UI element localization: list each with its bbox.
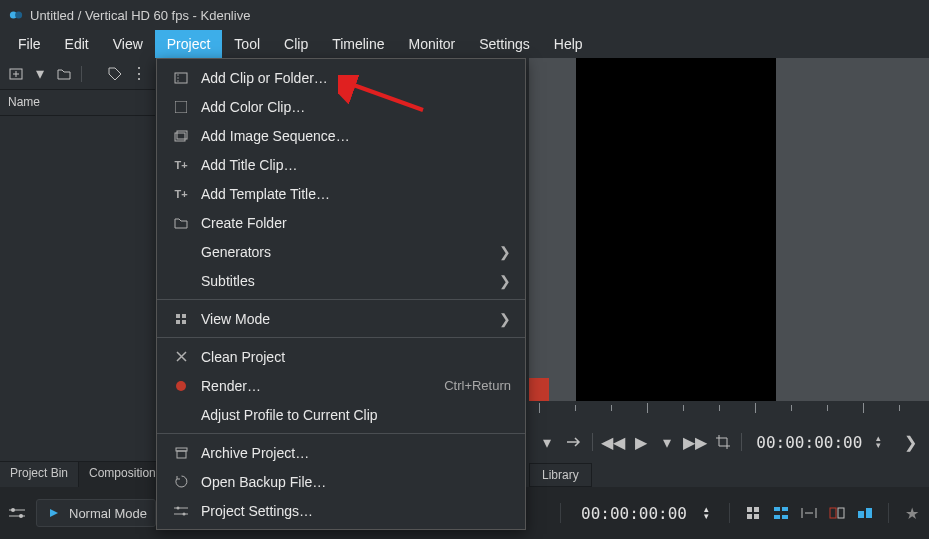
monitor-toolbar: ▾ ◀◀ ▶ ▾ ▶▶ 00:00:00:00 ▴▾ ❯ [529,421,929,463]
svg-rect-12 [782,515,788,519]
crop-icon[interactable] [713,430,733,454]
rewind-icon[interactable]: ◀◀ [601,430,625,454]
svg-point-28 [176,381,186,391]
menu-shortcut: Ctrl+Return [444,378,511,393]
svg-point-4 [19,514,23,518]
svg-point-19 [177,77,178,78]
menu-adjust-profile[interactable]: Adjust Profile to Current Clip [157,400,525,429]
menu-clean-project[interactable]: Clean Project [157,342,525,371]
menu-subtitles[interactable]: Subtitles ❯ [157,266,525,295]
menu-item-label: Add Color Clip… [201,99,511,115]
menu-separator [157,433,525,434]
record-icon [171,380,191,392]
svg-rect-24 [176,314,180,318]
edit-mode-selector[interactable]: Normal Mode [36,499,156,527]
chevron-right-icon[interactable]: ❯ [901,430,921,454]
menu-add-clip-or-folder[interactable]: Add Clip or Folder… [157,63,525,92]
menu-project[interactable]: Project [155,30,223,58]
waveform-icon[interactable] [856,504,874,522]
in-point-marker[interactable] [529,378,549,401]
titlebar: Untitled / Vertical HD 60 fps - Kdenlive [0,0,929,30]
menu-item-label: Generators [201,244,499,260]
menu-file[interactable]: File [6,30,53,58]
menu-create-folder[interactable]: Create Folder [157,208,525,237]
tab-library[interactable]: Library [529,463,592,487]
bin-col-name[interactable]: Name [0,90,155,115]
menu-settings[interactable]: Settings [467,30,542,58]
svg-point-1 [15,12,22,19]
monitor-video[interactable] [576,58,776,401]
monitor-dropdown-icon[interactable]: ▾ [537,430,557,454]
svg-rect-9 [774,507,780,511]
menu-tool[interactable]: Tool [222,30,272,58]
menu-timeline[interactable]: Timeline [320,30,396,58]
normal-mode-icon [45,504,63,522]
menu-item-label: Render… [201,378,444,394]
play-dropdown-icon[interactable]: ▾ [657,430,677,454]
tab-project-bin[interactable]: Project Bin [0,461,79,487]
play-icon[interactable]: ▶ [631,430,651,454]
monitor-ruler[interactable] [529,401,929,421]
menu-view[interactable]: View [101,30,155,58]
timeline-timecode[interactable]: 00:00:00:00 [581,504,687,523]
menu-item-label: Adjust Profile to Current Clip [201,407,511,423]
svg-point-20 [177,80,178,81]
forward-icon[interactable]: ▶▶ [683,430,707,454]
project-menu-dropdown: Add Clip or Folder… Add Color Clip… Add … [156,58,526,530]
menu-item-label: Clean Project [201,349,511,365]
settings-icon [171,506,191,516]
menu-item-label: View Mode [201,311,499,327]
menu-item-label: Project Settings… [201,503,511,519]
menu-item-label: Archive Project… [201,445,511,461]
menu-item-label: Add Template Title… [201,186,511,202]
svg-rect-27 [182,320,186,324]
image-seq-icon [171,130,191,142]
zoom-fit-icon[interactable] [800,504,818,522]
svg-point-32 [183,512,186,515]
menu-item-label: Open Backup File… [201,474,511,490]
menu-open-backup[interactable]: Open Backup File… [157,467,525,496]
chevron-down-icon[interactable]: ▾ [30,64,50,84]
archive-icon [171,447,191,459]
menu-view-mode[interactable]: View Mode ❯ [157,304,525,333]
menu-monitor[interactable]: Monitor [397,30,468,58]
split-view-icon[interactable] [828,504,846,522]
monitor-panel: ▾ ◀◀ ▶ ▾ ▶▶ 00:00:00:00 ▴▾ ❯ Library [529,58,929,461]
menu-item-label: Add Clip or Folder… [201,70,511,86]
separator [741,433,742,451]
menu-archive-project[interactable]: Archive Project… [157,438,525,467]
favorite-icon[interactable]: ★ [903,504,921,522]
menu-edit[interactable]: Edit [53,30,101,58]
menu-item-label: Create Folder [201,215,511,231]
svg-point-18 [177,74,178,75]
menu-render[interactable]: Render… Ctrl+Return [157,371,525,400]
tag-icon[interactable] [105,64,125,84]
monitor-timecode[interactable]: 00:00:00:00 [756,433,862,452]
menu-add-template-title[interactable]: T+ Add Template Title… [157,179,525,208]
color-icon [171,101,191,113]
more-icon[interactable]: ⋮ [129,64,149,84]
track-tool-icon[interactable] [772,504,790,522]
menu-add-color-clip[interactable]: Add Color Clip… [157,92,525,121]
insert-zone-icon[interactable] [563,430,583,454]
bin-toolbar: ▾ ⋮ [0,58,155,90]
menu-generators[interactable]: Generators ❯ [157,237,525,266]
bottom-tabs: Project Bin Compositions [0,461,173,487]
svg-rect-11 [774,515,780,519]
add-clip-icon[interactable] [6,64,26,84]
menu-item-label: Add Title Clip… [201,157,511,173]
timecode-stepper-icon[interactable]: ▴▾ [868,430,888,454]
menu-project-settings[interactable]: Project Settings… [157,496,525,525]
grid-icon[interactable] [744,504,762,522]
submenu-arrow-icon: ❯ [499,244,511,260]
svg-rect-26 [176,320,180,324]
menu-add-title-clip[interactable]: T+ Add Title Clip… [157,150,525,179]
settings-toggle-icon[interactable] [8,504,26,522]
menu-help[interactable]: Help [542,30,595,58]
timecode-stepper-icon[interactable]: ▴▾ [697,504,715,522]
window-title: Untitled / Vertical HD 60 fps - Kdenlive [30,8,250,23]
menu-clip[interactable]: Clip [272,30,320,58]
menu-add-image-sequence[interactable]: Add Image Sequence… [157,121,525,150]
folder-add-icon[interactable] [54,64,74,84]
folder-plus-icon [171,217,191,229]
